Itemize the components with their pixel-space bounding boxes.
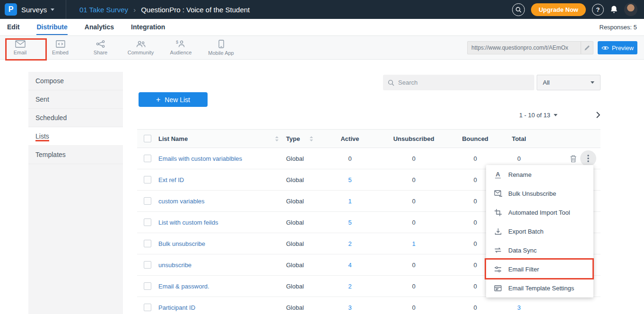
row-checkbox[interactable]	[144, 282, 151, 290]
row-actions-menu-button[interactable]	[580, 150, 596, 166]
row-checkbox[interactable]	[144, 176, 151, 183]
row-checkbox[interactable]	[144, 240, 151, 247]
filter-dropdown[interactable]: All	[537, 75, 600, 90]
list-type: Global	[284, 155, 326, 162]
list-name-link[interactable]: custom variables	[158, 198, 205, 205]
active-count[interactable]: 2	[326, 283, 374, 290]
delete-list-button[interactable]	[570, 155, 577, 163]
row-checkbox[interactable]	[144, 218, 151, 226]
list-name-link[interactable]: Bulk unsubscribe	[158, 240, 205, 247]
list-type: Global	[284, 240, 326, 247]
data-sync-icon	[494, 247, 502, 253]
email-sidebar: Compose Sent Scheduled Lists Templates	[28, 72, 123, 314]
product-switcher[interactable]: P Surveys	[0, 0, 66, 19]
row-checkbox[interactable]	[144, 304, 151, 311]
list-name-link[interactable]: List with custom feilds	[158, 219, 218, 226]
tab-edit[interactable]: Edit	[7, 20, 19, 35]
channel-community[interactable]: Community	[121, 36, 161, 59]
svg-text:$: $	[176, 40, 178, 44]
sidebar-item-compose[interactable]: Compose	[28, 72, 123, 90]
email-icon	[15, 40, 26, 48]
survey-title: QuestionPro : Voice of the Student	[141, 6, 250, 14]
active-count[interactable]: 1	[326, 198, 374, 205]
col-header-type[interactable]: Type	[286, 135, 300, 142]
menu-item-automated-import-tool[interactable]: Automated Import Tool	[486, 203, 593, 222]
list-name-link[interactable]: Emails with custom variablbles	[158, 155, 242, 162]
sidebar-item-sent[interactable]: Sent	[28, 90, 123, 109]
menu-item-data-sync[interactable]: Data Sync	[486, 241, 593, 260]
active-count[interactable]: 4	[326, 262, 374, 269]
notifications-button[interactable]	[610, 5, 618, 14]
menu-item-rename[interactable]: A Rename	[486, 165, 593, 184]
tab-integration[interactable]: Integration	[131, 20, 165, 35]
tab-distribute[interactable]: Distribute	[36, 20, 67, 35]
list-type: Global	[284, 283, 326, 290]
active-count: 0	[326, 155, 374, 162]
list-name-link[interactable]: unsubscribe	[158, 262, 191, 269]
new-list-button[interactable]: + New List	[139, 92, 208, 107]
col-header-unsubscribed: Unsubscribed	[374, 135, 454, 142]
ellipsis-vertical-icon	[587, 155, 589, 162]
menu-item-export-batch[interactable]: Export Batch	[486, 222, 593, 241]
sort-icon[interactable]	[275, 136, 279, 142]
survey-url-box: https://www.questionpro.com/t/AEmOx	[467, 41, 593, 54]
help-button[interactable]: ?	[592, 4, 604, 16]
sort-icon[interactable]	[309, 136, 313, 142]
product-name: Surveys	[21, 6, 47, 14]
next-page-button[interactable]	[596, 111, 600, 119]
select-all-checkbox[interactable]	[144, 135, 151, 142]
search-button[interactable]	[512, 3, 525, 16]
col-header-list-name[interactable]: List Name	[158, 135, 188, 142]
menu-item-bulk-unsubscribe[interactable]: Bulk Unsubscribe	[486, 184, 593, 203]
bounced-count: 0	[454, 155, 496, 162]
embed-icon	[56, 40, 65, 48]
chevron-down-icon	[591, 81, 594, 84]
unsubscribed-count: 0	[374, 219, 454, 226]
menu-item-email-template-settings[interactable]: Email Template Settings	[486, 279, 593, 297]
bounced-count: 0	[454, 304, 496, 311]
menu-item-email-filter[interactable]: Email Filter	[486, 260, 593, 279]
channel-embed[interactable]: Embed	[40, 36, 80, 59]
mobile-app-icon	[218, 40, 224, 48]
channel-audience[interactable]: $ Audience	[161, 36, 201, 59]
unsubscribed-count: 0	[374, 304, 454, 311]
search-input[interactable]	[398, 79, 530, 86]
page-range-dropdown[interactable]: 1 - 10 of 13	[519, 112, 557, 119]
list-search-box	[383, 75, 534, 90]
col-header-total: Total	[496, 135, 541, 142]
survey-url[interactable]: https://www.questionpro.com/t/AEmOx	[468, 44, 581, 51]
table-header-row: List Name Type Active Unsubscribed Bounc…	[137, 129, 600, 148]
list-name-link[interactable]: Participant ID	[158, 304, 195, 311]
unsubscribed-count[interactable]: 1	[374, 240, 454, 247]
filter-selected-value: All	[543, 79, 549, 86]
audience-icon: $	[176, 40, 186, 48]
list-type: Global	[284, 219, 326, 226]
edit-url-button[interactable]	[581, 42, 593, 54]
active-count[interactable]: 5	[326, 219, 374, 226]
upgrade-now-button[interactable]: Upgrade Now	[531, 3, 586, 16]
active-count[interactable]: 5	[326, 176, 374, 183]
row-checkbox[interactable]	[144, 261, 151, 269]
tab-analytics[interactable]: Analytics	[85, 20, 114, 35]
channel-email[interactable]: Email	[0, 36, 40, 59]
user-avatar[interactable]	[624, 3, 637, 16]
unsubscribed-count: 0	[374, 176, 454, 183]
row-checkbox[interactable]	[144, 197, 151, 205]
preview-button[interactable]: Preview	[598, 41, 637, 54]
sidebar-item-templates[interactable]: Templates	[28, 146, 123, 164]
content-area: Compose Sent Scheduled Lists Templates A…	[0, 60, 644, 314]
active-count[interactable]: 2	[326, 240, 374, 247]
plus-icon: +	[156, 96, 160, 104]
list-name-link[interactable]: Ext ref ID	[158, 176, 184, 183]
active-count[interactable]: 3	[326, 304, 374, 311]
channel-share[interactable]: Share	[80, 36, 121, 59]
sidebar-item-lists[interactable]: Lists	[28, 127, 123, 146]
total-count[interactable]: 3	[496, 304, 541, 311]
responses-count[interactable]: Responses: 5	[600, 24, 637, 31]
breadcrumb-survey-link[interactable]: 01 Take Survey	[79, 6, 128, 14]
row-checkbox[interactable]	[144, 155, 151, 162]
sidebar-item-scheduled[interactable]: Scheduled	[28, 109, 123, 127]
list-name-link[interactable]: Email & password.	[158, 283, 209, 290]
channel-mobile-app[interactable]: Mobile App	[201, 36, 241, 59]
list-type: Global	[284, 262, 326, 269]
